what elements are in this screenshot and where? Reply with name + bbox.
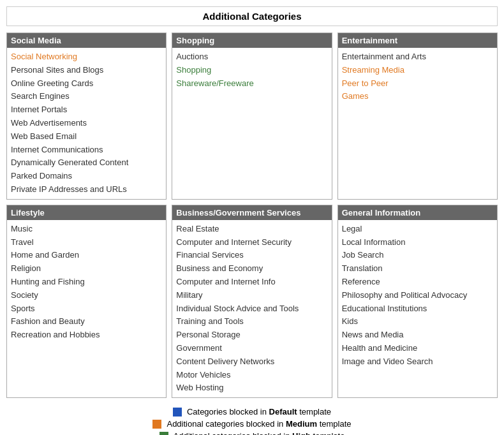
category-items-lifestyle: MusicTravelHome and GardenReligionHuntin… [7, 220, 166, 344]
category-header-general-information: General Information [338, 205, 497, 220]
list-item: Computer and Internet Security [176, 236, 327, 249]
list-item: Recreation and Hobbies [11, 328, 162, 342]
legend-item: Categories blocked in Default template [173, 407, 331, 417]
legend-text: Categories blocked in Default template [187, 407, 331, 417]
category-grid: Social MediaSocial NetworkingPersonal Si… [6, 33, 498, 398]
legend-text: Additional categories blocked in High te… [174, 431, 345, 435]
list-item: Real Estate [176, 223, 327, 236]
list-item: Shopping [176, 64, 327, 77]
list-item: Kids [342, 315, 493, 328]
list-item: Entertainment and Arts [342, 50, 493, 64]
list-item: Legal [342, 223, 493, 236]
list-item: Streaming Media [342, 64, 493, 77]
list-item: Web Based Email [11, 130, 162, 144]
legend-item: Additional categories blocked in Medium … [152, 419, 351, 429]
list-item: Training and Tools [176, 315, 327, 328]
list-item: Health and Medicine [342, 342, 493, 355]
category-items-shopping: AuctionsShoppingShareware/Freeware [172, 48, 331, 92]
list-item: Business and Economy [176, 262, 327, 276]
list-item: Content Delivery Networks [176, 355, 327, 369]
list-item: Home and Garden [11, 249, 162, 262]
list-item: Web Hosting [176, 381, 327, 395]
list-item: News and Media [342, 328, 493, 342]
list-item: Parked Domains [11, 170, 162, 183]
list-item: Music [11, 223, 162, 236]
list-item: Online Greeting Cards [11, 77, 162, 91]
list-item: Society [11, 289, 162, 302]
category-header-business-government: Business/Government Services [172, 205, 331, 220]
category-header-entertainment: Entertainment [338, 33, 497, 48]
list-item: Government [176, 342, 327, 355]
list-item: Philosophy and Political Advocacy [342, 289, 493, 302]
list-item: Hunting and Fishing [11, 276, 162, 289]
legend-color-box [173, 408, 182, 417]
legend-color-box [159, 432, 168, 435]
list-item: Search Engines [11, 90, 162, 103]
category-header-social-media: Social Media [7, 33, 166, 48]
category-box-entertainment: EntertainmentEntertainment and ArtsStrea… [337, 33, 498, 200]
list-item: Fashion and Beauty [11, 315, 162, 328]
list-item: Motor Vehicles [176, 369, 327, 382]
category-header-shopping: Shopping [172, 33, 331, 48]
list-item: Personal Sites and Blogs [11, 64, 162, 77]
list-item: Social Networking [11, 50, 162, 64]
list-item: Travel [11, 236, 162, 249]
list-item: Personal Storage [176, 328, 327, 342]
list-item: Peer to Peer [342, 77, 493, 91]
list-item: Dynamically Generated Content [11, 156, 162, 170]
category-box-shopping: ShoppingAuctionsShoppingShareware/Freewa… [172, 33, 332, 200]
list-item: Shareware/Freeware [176, 77, 327, 91]
list-item: Internet Communications [11, 144, 162, 157]
list-item: Educational Institutions [342, 302, 493, 316]
list-item: Translation [342, 262, 493, 276]
list-item: Web Advertisements [11, 117, 162, 130]
main-title: Additional Categories [6, 6, 498, 26]
category-box-general-information: General InformationLegalLocal Informatio… [337, 205, 498, 398]
list-item: Image and Video Search [342, 355, 493, 369]
legend-text: Additional categories blocked in Medium … [167, 419, 351, 429]
category-header-lifestyle: Lifestyle [7, 205, 166, 220]
list-item: Local Information [342, 236, 493, 249]
list-item: Military [176, 289, 327, 302]
list-item: Computer and Internet Info [176, 276, 327, 289]
list-item: Private IP Addresses and URLs [11, 183, 162, 196]
category-box-lifestyle: LifestyleMusicTravelHome and GardenRelig… [6, 205, 167, 398]
legend: Categories blocked in Default templateAd… [6, 407, 498, 435]
list-item: Sports [11, 302, 162, 316]
legend-color-box [152, 420, 161, 429]
list-item: Games [342, 90, 493, 103]
category-box-social-media: Social MediaSocial NetworkingPersonal Si… [6, 33, 167, 200]
legend-item: Additional categories blocked in High te… [159, 431, 345, 435]
list-item: Religion [11, 262, 162, 276]
list-item: Auctions [176, 50, 327, 64]
list-item: Job Search [342, 249, 493, 262]
category-items-entertainment: Entertainment and ArtsStreaming MediaPee… [338, 48, 497, 106]
list-item: Reference [342, 276, 493, 289]
list-item: Internet Portals [11, 103, 162, 117]
category-items-social-media: Social NetworkingPersonal Sites and Blog… [7, 48, 166, 199]
category-items-general-information: LegalLocal InformationJob SearchTranslat… [338, 220, 497, 371]
category-box-business-government: Business/Government ServicesReal EstateC… [172, 205, 332, 398]
category-items-business-government: Real EstateComputer and Internet Securit… [172, 220, 331, 397]
list-item: Individual Stock Advice and Tools [176, 302, 327, 316]
list-item: Financial Services [176, 249, 327, 262]
